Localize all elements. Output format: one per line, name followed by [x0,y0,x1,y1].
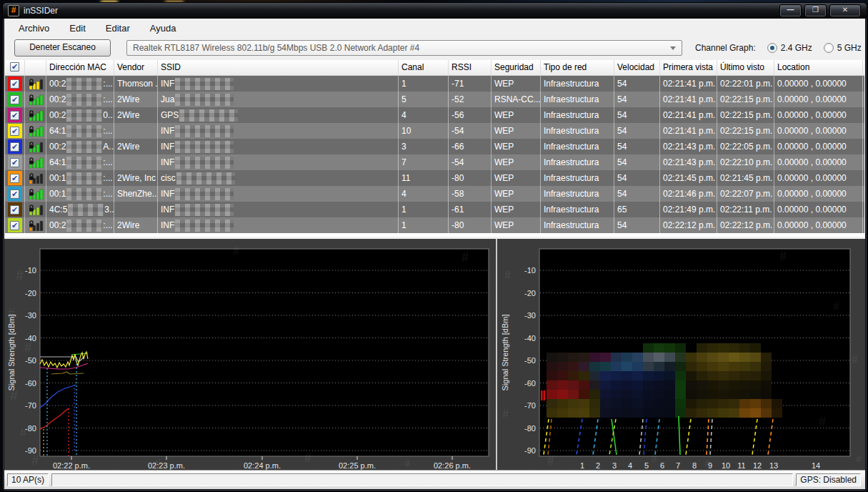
menu-item-editar[interactable]: Editar [106,23,130,34]
signal-cell [25,217,46,233]
location-cell: 0.00000 , 0.00000 [774,170,863,186]
ssid-blur-block [589,390,600,399]
seguridad-cell: WEP [492,170,541,186]
ssid-blur-block [622,399,632,408]
padlock-icon [30,205,33,208]
row-color-swatch: ✔ [8,139,22,154]
rssi-cell: -80 [449,170,492,186]
ssid-blur-block [675,362,686,371]
ssid-blur-block [707,343,718,353]
mac-blur [66,125,102,137]
table-row[interactable]: ✔00:2:...2WireJua5-52RSNA-CC...Infraestr… [5,92,864,107]
ssid-cell: Jua [158,92,399,107]
row-checkbox[interactable]: ✔ [10,95,19,104]
table-row[interactable]: ✔00:20...2WireGPS4-56WEPInfraestructura5… [5,107,864,123]
ssid-blur [175,220,234,232]
radio-5ghz[interactable]: 5 GHz [824,43,862,53]
row-checkbox[interactable]: ✔ [10,174,19,183]
row-checkbox[interactable]: ✔ [10,205,19,215]
column-header-sel[interactable]: ✔ [5,60,25,75]
column-header-ultimo[interactable]: Último visto [717,60,774,75]
column-header-rssi[interactable]: RSSI [449,60,492,75]
ssid-blur-block [675,380,686,390]
y-tick-label: -50 [524,356,536,365]
column-header-canal[interactable]: Canal [399,60,449,75]
ssid-blur-block [654,353,664,362]
close-button[interactable]: ✕ [829,4,861,17]
menu-item-edit[interactable]: Edit [69,23,85,34]
graph-splitter[interactable] [496,239,497,471]
mac-cell: 64:1:... [46,123,114,139]
table-row[interactable]: ✔00:1:...2Wire, Inccisc11-80WEPInfraestr… [5,170,864,186]
mac-prefix: 64:1 [49,157,66,167]
column-header-signal[interactable] [25,60,46,75]
ssid-blur-block [761,371,772,380]
velocidad-cell: 54 [614,154,660,170]
menu-item-ayuda[interactable]: Ayuda [150,23,176,34]
select-all-checkbox[interactable]: ✔ [10,62,19,72]
ssid-prefix: INF [161,142,174,152]
table-row[interactable]: ✔4C:53...INF1-61WEPInfraestructura6502:2… [5,202,864,217]
ssid-blur-block [675,343,686,353]
ssid-blur-block [718,343,729,353]
signal-cell [25,154,46,170]
row-checkbox[interactable]: ✔ [10,158,19,167]
column-header-primera[interactable]: Primera vista [660,60,717,75]
column-header-tipo[interactable]: Tipo de red [541,60,614,75]
ultimo-cell: 02:22:11 p.m. [717,202,774,217]
row-checkbox[interactable]: ✔ [10,127,19,136]
ssid-blur-block [579,371,589,380]
row-color-swatch: ✔ [8,92,22,107]
column-header-location[interactable]: Location [774,60,863,75]
ssid-blur-block [600,390,611,399]
ssid-blur-block [622,371,632,380]
ssid-prefix: Jua [161,94,174,104]
column-header-seguridad[interactable]: Seguridad [492,60,541,75]
row-checkbox[interactable]: ✔ [10,111,19,120]
radio-24ghz[interactable]: 2.4 GHz [767,43,812,53]
adapter-select[interactable]: Realtek RTL8187 Wireless 802.11b/g 54Mbp… [126,40,682,56]
column-header-velocidad[interactable]: Velocidad [614,60,660,75]
y-tick-label: -40 [524,334,536,343]
minimize-button[interactable]: — [779,4,802,17]
mac-prefix: 00:2 [49,94,66,104]
row-checkbox[interactable]: ✔ [10,221,19,230]
signal-cell [25,202,46,217]
vendor-cell: 2Wire [114,139,158,154]
ssid-blur-block [568,380,579,390]
mac-blur [66,78,102,90]
ssid-blur-block [739,380,750,390]
menu-item-archivo[interactable]: Archivo [19,23,49,34]
title-bar[interactable]: # inSSIDer — ❐ ✕ [3,3,867,19]
table-row[interactable]: ✔00:2:...2WireINF1-80WEPInfraestructura5… [5,217,864,233]
ssid-blur-block [557,353,568,362]
table-row[interactable]: ✔00:1:...ShenZhe...INF4-58WEPInfraestruc… [5,186,864,202]
ssid-blur-block [664,343,675,353]
ssid-blur-block [600,408,611,418]
mac-blur [68,204,104,216]
row-checkbox[interactable]: ✔ [10,190,19,199]
mac-blur [66,188,102,200]
tipo-cell: Infraestructura [541,76,614,92]
ssid-blur-block [643,380,654,390]
ssid-blur-block [718,390,729,399]
ssid-blur-block [686,362,697,371]
table-row[interactable]: ✔64:1:...INF7-54WEPInfraestructura5402:2… [5,154,864,170]
row-checkbox[interactable]: ✔ [10,142,19,152]
row-color-cell: ✔ [5,170,25,186]
stop-scan-button[interactable]: Deneter Escaneo [14,39,111,56]
table-row[interactable]: ✔00:2A...2WireINF3-66WEPInfraestructura5… [5,139,864,154]
table-row[interactable]: ✔64:1:...INF10-54WEPInfraestructura5402:… [5,123,864,139]
ssid-blur-block [675,353,686,362]
row-color-swatch: ✔ [8,187,22,201]
column-header-ssid[interactable]: SSID [158,60,399,75]
row-checkbox[interactable]: ✔ [10,79,19,89]
table-row[interactable]: ✔00:2:...Thomson ...INF1-71WEPInfraestru… [5,76,864,92]
mac-prefix: 64:1 [49,126,66,136]
column-header-vendor[interactable]: Vendor [114,60,158,75]
ssid-blur-block [750,362,761,371]
column-header-mac[interactable]: Dirección MAC [46,60,114,75]
maximize-button[interactable]: ❐ [804,4,827,17]
ssid-blur-block [675,371,686,380]
rssi-cell: -58 [449,186,492,202]
